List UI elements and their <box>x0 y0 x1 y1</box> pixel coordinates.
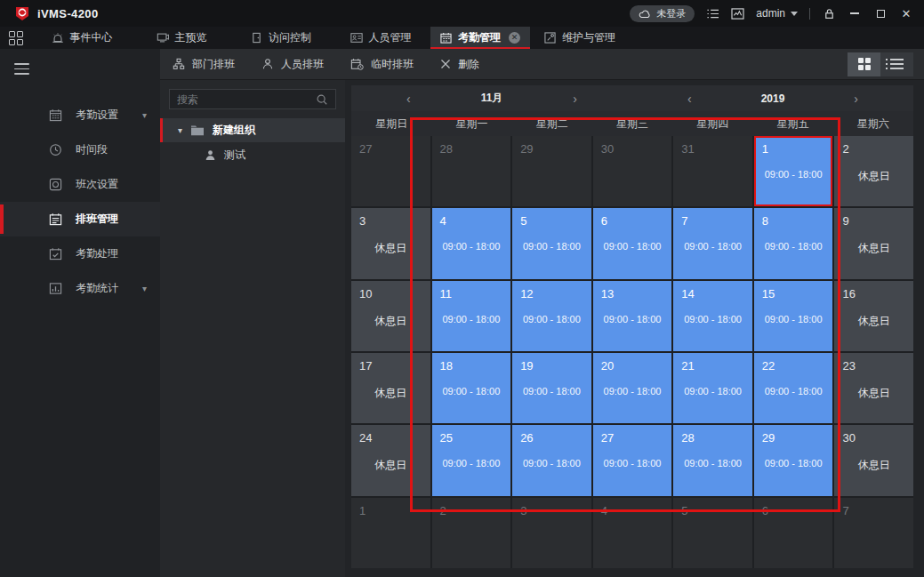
calendar-cell-day-5[interactable]: 5 <box>673 498 752 568</box>
search-icon[interactable] <box>316 93 328 106</box>
next-year-button[interactable]: › <box>854 92 858 105</box>
calendar-cell-day-24[interactable]: 24休息日 <box>351 425 430 495</box>
calendar-cell-day-14[interactable]: 1409:00 - 18:00 <box>673 281 752 351</box>
day-number: 2 <box>842 142 848 156</box>
user-menu[interactable]: admin <box>756 7 798 20</box>
search-input[interactable] <box>177 93 316 106</box>
minimize-button[interactable] <box>848 6 862 20</box>
sidebar-item-time-period[interactable]: 时间段 <box>0 132 160 167</box>
calendar-cell-day-30[interactable]: 30 <box>593 136 672 206</box>
tab-event-center[interactable]: 事件中心 <box>32 27 132 49</box>
calendar-cell-day-20[interactable]: 2009:00 - 18:00 <box>593 353 672 423</box>
calendar-cell-day-29[interactable]: 29 <box>512 136 591 206</box>
tab-access-control[interactable]: 访问控制 <box>231 27 331 49</box>
calendar-cell-day-27[interactable]: 27 <box>351 136 430 206</box>
maintenance-icon <box>544 32 556 44</box>
day-number: 1 <box>762 142 768 156</box>
calendar-cell-day-2[interactable]: 2 <box>432 498 511 568</box>
calendar-cell-day-6[interactable]: 6 <box>754 498 833 568</box>
close-button[interactable]: ✕ <box>899 6 913 20</box>
tree-node-root[interactable]: ▾ 新建组织 <box>160 118 345 142</box>
calendar-cell-day-10[interactable]: 10休息日 <box>351 281 430 351</box>
tab-person-management[interactable]: 人员管理 <box>331 27 430 49</box>
prev-year-button[interactable]: ‹ <box>687 92 692 105</box>
calendar-cell-day-1[interactable]: 109:00 - 18:00 <box>754 136 833 206</box>
tree-node-person[interactable]: 测试 <box>160 142 345 167</box>
calendar-cell-day-1[interactable]: 1 <box>351 498 430 568</box>
calendar-cell-day-21[interactable]: 2109:00 - 18:00 <box>673 353 752 423</box>
calendar-cell-day-16[interactable]: 16休息日 <box>834 281 913 351</box>
next-month-button[interactable]: › <box>573 92 577 105</box>
person-shift-button[interactable]: 人员排班 <box>261 57 324 72</box>
department-shift-button[interactable]: 部门排班 <box>173 57 235 72</box>
calendar-cell-day-9[interactable]: 9休息日 <box>834 208 913 278</box>
calendar-cell-day-8[interactable]: 809:00 - 18:00 <box>754 208 833 278</box>
sidebar-item-shift-settings[interactable]: 班次设置 <box>0 167 160 202</box>
calendar-cell-day-28[interactable]: 2809:00 - 18:00 <box>673 425 752 495</box>
calendar-cell-day-22[interactable]: 2209:00 - 18:00 <box>754 353 833 423</box>
tool-panel-icon[interactable] <box>731 8 744 20</box>
delete-button[interactable]: 删除 <box>440 57 479 72</box>
shift-time-label: 09:00 - 18:00 <box>432 241 511 252</box>
calendar-cell-day-26[interactable]: 2609:00 - 18:00 <box>512 425 591 495</box>
task-list-icon[interactable] <box>706 8 719 20</box>
calendar-cell-day-2[interactable]: 2休息日 <box>834 136 913 206</box>
rest-day-label: 休息日 <box>351 386 430 401</box>
year-nav: ‹ 2019 › <box>632 85 913 111</box>
toolbar-button-label: 部门排班 <box>192 57 235 72</box>
prev-month-button[interactable]: ‹ <box>406 92 411 105</box>
lock-button[interactable] <box>822 6 836 20</box>
day-number: 29 <box>762 431 775 445</box>
calendar-cell-day-25[interactable]: 2509:00 - 18:00 <box>432 425 511 495</box>
calendar-cell-day-19[interactable]: 1909:00 - 18:00 <box>512 353 591 423</box>
shift-time-label: 09:00 - 18:00 <box>432 458 511 469</box>
modules-grid-button[interactable] <box>0 27 32 49</box>
list-view-button[interactable] <box>880 52 913 76</box>
calendar-cell-day-30[interactable]: 30休息日 <box>834 425 913 495</box>
calendar-cell-day-23[interactable]: 23休息日 <box>834 353 913 423</box>
calendar-cell-day-31[interactable]: 31 <box>673 136 752 206</box>
calendar-settings-icon <box>49 108 62 122</box>
calendar-cell-day-11[interactable]: 1109:00 - 18:00 <box>432 281 511 351</box>
sidebar-collapse-button[interactable] <box>14 63 29 75</box>
day-number: 18 <box>440 359 453 373</box>
calendar-grid: 2728293031109:00 - 18:002休息日3休息日409:00 -… <box>351 136 913 568</box>
grid-view-button[interactable] <box>848 52 880 76</box>
temporary-shift-button[interactable]: 临时排班 <box>350 57 414 72</box>
rest-day-label: 休息日 <box>351 314 430 329</box>
tab-maintenance-management[interactable]: 维护与管理 <box>530 27 630 49</box>
sidebar-item-label: 考勤统计 <box>76 281 118 296</box>
tab-attendance-management[interactable]: 考勤管理 ✕ <box>430 27 530 49</box>
calendar-cell-day-7[interactable]: 709:00 - 18:00 <box>673 208 752 278</box>
calendar-cell-day-7[interactable]: 7 <box>834 498 913 568</box>
tab-main-view[interactable]: 主预览 <box>132 27 231 49</box>
calendar-cell-day-17[interactable]: 17休息日 <box>351 353 430 423</box>
calendar-cell-day-28[interactable]: 28 <box>432 136 511 206</box>
list-view-icon <box>890 56 904 72</box>
calendar-cell-day-4[interactable]: 409:00 - 18:00 <box>432 208 511 278</box>
calendar-cell-day-15[interactable]: 1509:00 - 18:00 <box>754 281 833 351</box>
calendar-cell-day-4[interactable]: 4 <box>593 498 672 568</box>
calendar-cell-day-13[interactable]: 1309:00 - 18:00 <box>593 281 672 351</box>
calendar-cell-day-27[interactable]: 2709:00 - 18:00 <box>593 425 672 495</box>
organization-panel: ▾ 新建组织 测试 <box>160 80 345 577</box>
calendar-cell-day-3[interactable]: 3 <box>512 498 591 568</box>
day-number: 3 <box>520 504 526 517</box>
maximize-button[interactable] <box>873 6 888 20</box>
month-label: 11月 <box>481 91 503 106</box>
calendar-cell-day-12[interactable]: 1209:00 - 18:00 <box>512 281 591 351</box>
shift-time-label: 09:00 - 18:00 <box>754 241 833 252</box>
sidebar: 考勤设置 ▾ 时间段 班次设置 排班管理 考勤处理 <box>0 49 160 577</box>
sidebar-item-attendance-settings[interactable]: 考勤设置 ▾ <box>0 98 160 132</box>
calendar-cell-day-5[interactable]: 509:00 - 18:00 <box>512 208 591 278</box>
tab-close-icon[interactable]: ✕ <box>509 32 520 44</box>
login-status-badge[interactable]: 未登录 <box>630 5 695 22</box>
calendar-cell-day-29[interactable]: 2909:00 - 18:00 <box>754 425 833 495</box>
sidebar-item-shift-schedule-management[interactable]: 排班管理 <box>0 202 160 236</box>
sidebar-item-attendance-statistics[interactable]: 考勤统计 ▾ <box>0 271 160 306</box>
calendar-cell-day-3[interactable]: 3休息日 <box>351 208 430 278</box>
calendar-cell-day-6[interactable]: 609:00 - 18:00 <box>593 208 672 278</box>
calendar-cell-day-18[interactable]: 1809:00 - 18:00 <box>432 353 511 423</box>
sidebar-item-attendance-handling[interactable]: 考勤处理 <box>0 236 160 271</box>
tree-expand-icon[interactable]: ▾ <box>178 125 182 135</box>
